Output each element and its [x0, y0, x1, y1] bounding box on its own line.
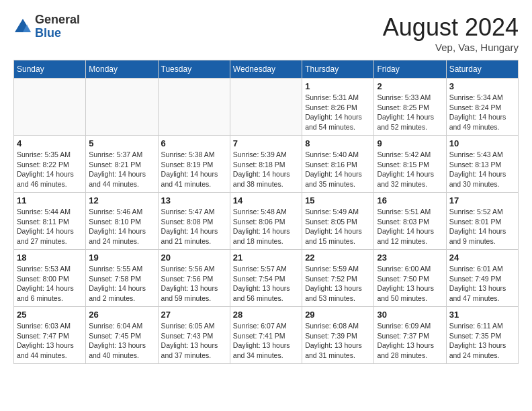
day-number: 29	[305, 310, 371, 320]
day-info: Sunrise: 5:34 AM Sunset: 8:24 PM Dayligh…	[449, 93, 515, 132]
day-header-monday: Monday	[86, 60, 158, 79]
day-info: Sunrise: 5:56 AM Sunset: 7:56 PM Dayligh…	[161, 264, 227, 304]
day-number: 12	[89, 195, 154, 205]
day-number: 28	[233, 310, 299, 320]
day-cell: 15Sunrise: 5:49 AM Sunset: 8:05 PM Dayli…	[302, 193, 374, 250]
day-number: 17	[449, 195, 515, 205]
day-cell: 1Sunrise: 5:31 AM Sunset: 8:26 PM Daylig…	[302, 79, 374, 136]
day-number: 30	[377, 310, 443, 320]
day-info: Sunrise: 5:47 AM Sunset: 8:08 PM Dayligh…	[161, 207, 227, 246]
day-cell: 23Sunrise: 6:00 AM Sunset: 7:50 PM Dayli…	[374, 250, 446, 307]
day-info: Sunrise: 6:04 AM Sunset: 7:45 PM Dayligh…	[89, 321, 154, 361]
day-cell	[86, 79, 158, 136]
week-row-1: 1Sunrise: 5:31 AM Sunset: 8:26 PM Daylig…	[14, 79, 519, 136]
day-number: 27	[161, 310, 227, 320]
day-header-friday: Friday	[374, 60, 446, 79]
day-cell: 11Sunrise: 5:44 AM Sunset: 8:11 PM Dayli…	[14, 193, 86, 250]
day-number: 31	[449, 310, 515, 320]
day-info: Sunrise: 5:37 AM Sunset: 8:21 PM Dayligh…	[89, 150, 154, 189]
day-number: 22	[305, 253, 371, 263]
page-header: General Blue August 2024 Vep, Vas, Hunga…	[13, 13, 519, 53]
day-number: 8	[305, 138, 371, 148]
day-cell: 28Sunrise: 6:07 AM Sunset: 7:41 PM Dayli…	[230, 307, 302, 364]
calendar-body: 1Sunrise: 5:31 AM Sunset: 8:26 PM Daylig…	[14, 79, 519, 364]
day-cell: 29Sunrise: 6:08 AM Sunset: 7:39 PM Dayli…	[302, 307, 374, 364]
day-cell: 2Sunrise: 5:33 AM Sunset: 8:25 PM Daylig…	[374, 79, 446, 136]
day-info: Sunrise: 6:05 AM Sunset: 7:43 PM Dayligh…	[161, 321, 227, 361]
day-cell: 4Sunrise: 5:35 AM Sunset: 8:22 PM Daylig…	[14, 136, 86, 193]
day-cell	[158, 79, 230, 136]
calendar-header: SundayMondayTuesdayWednesdayThursdayFrid…	[14, 60, 519, 79]
logo-general-text: General	[35, 13, 80, 27]
day-cell: 25Sunrise: 6:03 AM Sunset: 7:47 PM Dayli…	[14, 307, 86, 364]
day-info: Sunrise: 6:00 AM Sunset: 7:50 PM Dayligh…	[377, 264, 443, 304]
day-info: Sunrise: 5:55 AM Sunset: 7:58 PM Dayligh…	[89, 264, 154, 304]
logo-text: General Blue	[35, 13, 80, 40]
day-info: Sunrise: 5:38 AM Sunset: 8:19 PM Dayligh…	[161, 150, 227, 189]
title-block: August 2024 Vep, Vas, Hungary	[383, 13, 519, 53]
calendar-table: SundayMondayTuesdayWednesdayThursdayFrid…	[13, 60, 519, 364]
day-header-sunday: Sunday	[14, 60, 86, 79]
day-info: Sunrise: 5:57 AM Sunset: 7:54 PM Dayligh…	[233, 264, 299, 304]
day-cell: 7Sunrise: 5:39 AM Sunset: 8:18 PM Daylig…	[230, 136, 302, 193]
day-number: 21	[233, 253, 299, 263]
day-header-thursday: Thursday	[302, 60, 374, 79]
header-row: SundayMondayTuesdayWednesdayThursdayFrid…	[14, 60, 519, 79]
day-cell: 31Sunrise: 6:11 AM Sunset: 7:35 PM Dayli…	[446, 307, 518, 364]
day-cell: 8Sunrise: 5:40 AM Sunset: 8:16 PM Daylig…	[302, 136, 374, 193]
week-row-3: 11Sunrise: 5:44 AM Sunset: 8:11 PM Dayli…	[14, 193, 519, 250]
day-number: 4	[17, 138, 83, 148]
day-info: Sunrise: 5:39 AM Sunset: 8:18 PM Dayligh…	[233, 150, 299, 189]
day-number: 5	[89, 138, 154, 148]
day-number: 18	[17, 253, 83, 263]
day-info: Sunrise: 5:35 AM Sunset: 8:22 PM Dayligh…	[17, 150, 83, 189]
day-info: Sunrise: 6:11 AM Sunset: 7:35 PM Dayligh…	[449, 321, 515, 361]
logo-icon	[13, 17, 32, 36]
day-info: Sunrise: 5:46 AM Sunset: 8:10 PM Dayligh…	[89, 207, 154, 246]
day-number: 24	[449, 253, 515, 263]
day-number: 25	[17, 310, 83, 320]
day-number: 6	[161, 138, 227, 148]
day-number: 16	[377, 195, 443, 205]
day-number: 13	[161, 195, 227, 205]
week-row-4: 18Sunrise: 5:53 AM Sunset: 8:00 PM Dayli…	[14, 250, 519, 307]
day-number: 15	[305, 195, 371, 205]
location-subtitle: Vep, Vas, Hungary	[383, 42, 519, 53]
day-number: 3	[449, 81, 515, 91]
day-cell: 27Sunrise: 6:05 AM Sunset: 7:43 PM Dayli…	[158, 307, 230, 364]
day-cell: 22Sunrise: 5:59 AM Sunset: 7:52 PM Dayli…	[302, 250, 374, 307]
day-number: 2	[377, 81, 443, 91]
day-cell: 18Sunrise: 5:53 AM Sunset: 8:00 PM Dayli…	[14, 250, 86, 307]
day-cell: 13Sunrise: 5:47 AM Sunset: 8:08 PM Dayli…	[158, 193, 230, 250]
day-info: Sunrise: 5:33 AM Sunset: 8:25 PM Dayligh…	[377, 93, 443, 132]
day-info: Sunrise: 5:40 AM Sunset: 8:16 PM Dayligh…	[305, 150, 371, 189]
day-cell: 5Sunrise: 5:37 AM Sunset: 8:21 PM Daylig…	[86, 136, 158, 193]
day-number: 7	[233, 138, 299, 148]
day-cell: 9Sunrise: 5:42 AM Sunset: 8:15 PM Daylig…	[374, 136, 446, 193]
week-row-2: 4Sunrise: 5:35 AM Sunset: 8:22 PM Daylig…	[14, 136, 519, 193]
day-info: Sunrise: 6:01 AM Sunset: 7:49 PM Dayligh…	[449, 264, 515, 304]
day-info: Sunrise: 6:07 AM Sunset: 7:41 PM Dayligh…	[233, 321, 299, 361]
day-number: 14	[233, 195, 299, 205]
day-header-wednesday: Wednesday	[230, 60, 302, 79]
day-info: Sunrise: 5:42 AM Sunset: 8:15 PM Dayligh…	[377, 150, 443, 189]
day-cell: 10Sunrise: 5:43 AM Sunset: 8:13 PM Dayli…	[446, 136, 518, 193]
day-info: Sunrise: 6:09 AM Sunset: 7:37 PM Dayligh…	[377, 321, 443, 361]
logo: General Blue	[13, 13, 80, 40]
day-info: Sunrise: 6:03 AM Sunset: 7:47 PM Dayligh…	[17, 321, 83, 361]
day-cell: 30Sunrise: 6:09 AM Sunset: 7:37 PM Dayli…	[374, 307, 446, 364]
day-number: 10	[449, 138, 515, 148]
day-cell	[14, 79, 86, 136]
day-number: 23	[377, 253, 443, 263]
day-number: 26	[89, 310, 154, 320]
day-info: Sunrise: 6:08 AM Sunset: 7:39 PM Dayligh…	[305, 321, 371, 361]
day-number: 11	[17, 195, 83, 205]
day-cell: 24Sunrise: 6:01 AM Sunset: 7:49 PM Dayli…	[446, 250, 518, 307]
day-info: Sunrise: 5:59 AM Sunset: 7:52 PM Dayligh…	[305, 264, 371, 304]
day-number: 9	[377, 138, 443, 148]
logo-blue-text: Blue	[35, 27, 80, 40]
day-cell: 14Sunrise: 5:48 AM Sunset: 8:06 PM Dayli…	[230, 193, 302, 250]
day-cell: 6Sunrise: 5:38 AM Sunset: 8:19 PM Daylig…	[158, 136, 230, 193]
day-number: 20	[161, 253, 227, 263]
day-cell	[230, 79, 302, 136]
